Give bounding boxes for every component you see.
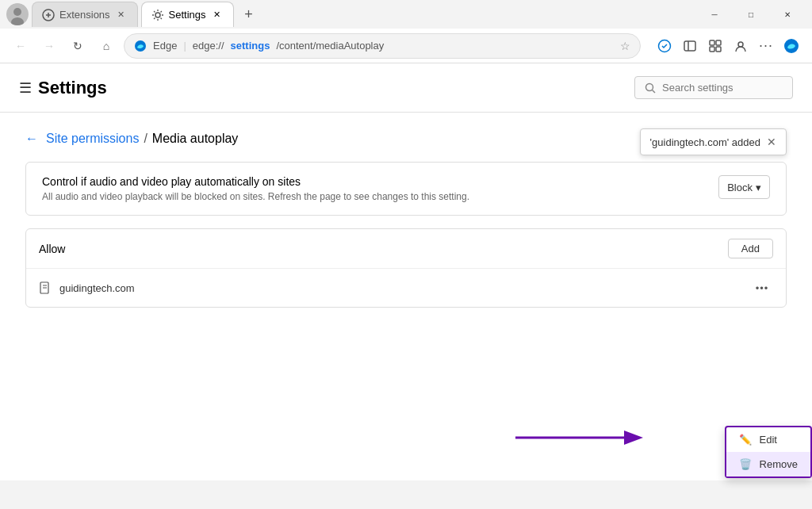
search-settings-input[interactable] [662, 82, 781, 94]
allow-section: Allow Add guidingtech.com ••• [25, 228, 787, 308]
address-protocol: edge:// [193, 40, 224, 52]
addressbar: ← → ↻ ⌂ Edge | edge://settings/content/m… [0, 29, 812, 63]
edit-icon: ✏️ [739, 434, 752, 446]
new-tab-button[interactable]: + [237, 2, 261, 26]
edit-label: Edit [760, 434, 777, 446]
settings-page-title: Settings [38, 78, 107, 98]
svg-rect-10 [716, 40, 721, 45]
home-button[interactable]: ⌂ [95, 35, 117, 57]
svg-point-4 [155, 13, 160, 17]
profile-icon[interactable] [730, 35, 752, 57]
extensions-tab-close[interactable]: ✕ [115, 9, 128, 21]
back-button[interactable]: ← [10, 35, 32, 57]
titlebar-left: Extensions ✕ Settings ✕ + [6, 2, 261, 27]
card-description: All audio and video playback will be blo… [42, 191, 469, 202]
sync-icon[interactable] [653, 35, 676, 57]
context-menu-edit[interactable]: ✏️ Edit [726, 427, 810, 452]
settings-header: ☰ Settings [0, 63, 812, 113]
svg-rect-11 [710, 47, 714, 52]
settings-tab-icon [151, 9, 164, 21]
svg-point-13 [738, 42, 743, 47]
breadcrumb-current: Media autoplay [152, 132, 239, 146]
search-icon [645, 82, 656, 94]
card-text: Control if audio and video play automati… [42, 175, 469, 202]
more-options-button[interactable]: ··· [755, 35, 777, 57]
toast-notification: 'guidingtech.com' added ✕ [640, 128, 787, 155]
remove-label: Remove [760, 458, 798, 470]
tab-settings[interactable]: Settings ✕ [141, 2, 234, 27]
site-file-icon [39, 281, 52, 294]
extensions-tab-icon [42, 9, 55, 21]
profile-avatar[interactable] [6, 3, 29, 25]
settings-title-row: ☰ Settings [19, 78, 107, 98]
dropdown-value: Block [727, 182, 753, 193]
table-row: guidingtech.com ••• [26, 269, 786, 307]
allow-title: Allow [39, 243, 65, 255]
svg-rect-7 [684, 41, 695, 51]
context-menu-remove[interactable]: 🗑️ Remove [726, 452, 810, 476]
edge-logo-icon [134, 40, 147, 52]
site-name: guidingtech.com [59, 282, 743, 294]
breadcrumb-separator: / [144, 132, 147, 146]
toolbar-icons: ··· [653, 35, 802, 57]
edge-app-icon[interactable] [780, 35, 802, 57]
maximize-button[interactable]: □ [733, 0, 769, 29]
dropdown-arrow-icon: ▾ [756, 182, 761, 193]
toast-close-button[interactable]: ✕ [767, 136, 776, 148]
star-icon[interactable]: ☆ [620, 40, 630, 52]
svg-rect-9 [710, 40, 714, 45]
svg-line-16 [653, 90, 656, 93]
remove-icon: 🗑️ [739, 458, 752, 470]
hamburger-menu[interactable]: ☰ [19, 79, 32, 97]
close-button[interactable]: ✕ [769, 0, 806, 29]
address-separator: | [183, 40, 186, 52]
address-domain: settings [231, 40, 270, 52]
site-more-button[interactable]: ••• [751, 277, 773, 299]
titlebar: Extensions ✕ Settings ✕ + ─ □ ✕ [0, 0, 812, 29]
add-button[interactable]: Add [728, 239, 773, 258]
card-label: Control if audio and video play automati… [42, 175, 469, 188]
block-dropdown[interactable]: Block ▾ [718, 175, 770, 199]
settings-tab-label: Settings [169, 9, 206, 21]
settings-page: ☰ Settings ← Site permissions / Media au… [0, 63, 812, 480]
breadcrumb-parent-link[interactable]: Site permissions [46, 132, 139, 146]
window-controls: ─ □ ✕ [696, 0, 806, 29]
collections-icon[interactable] [704, 35, 726, 57]
minimize-button[interactable]: ─ [696, 0, 733, 29]
autoplay-control-card: Control if audio and video play automati… [25, 162, 787, 216]
address-edge-label: Edge [153, 40, 177, 52]
card-content-row: Control if audio and video play automati… [42, 175, 770, 202]
sidebar-icon[interactable] [679, 35, 701, 57]
settings-tab-close[interactable]: ✕ [211, 9, 224, 21]
refresh-button[interactable]: ↻ [67, 35, 89, 57]
tab-extensions[interactable]: Extensions ✕ [32, 2, 138, 27]
address-bar[interactable]: Edge | edge://settings/content/mediaAuto… [124, 33, 641, 59]
back-arrow-icon[interactable]: ← [25, 132, 38, 146]
address-path: /content/mediaAutoplay [276, 40, 384, 52]
settings-content: ← Site permissions / Media autoplay 'gui… [0, 113, 812, 327]
allow-section-header: Allow Add [26, 229, 786, 269]
context-menu: ✏️ Edit 🗑️ Remove [725, 426, 812, 478]
forward-button[interactable]: → [38, 35, 60, 57]
toast-text: 'guidingtech.com' added [650, 136, 760, 148]
svg-rect-12 [716, 47, 721, 52]
svg-point-1 [13, 8, 21, 16]
search-settings-box[interactable] [634, 76, 793, 99]
extensions-tab-label: Extensions [59, 9, 110, 21]
svg-point-15 [646, 83, 653, 90]
arrow-annotation [500, 422, 658, 454]
